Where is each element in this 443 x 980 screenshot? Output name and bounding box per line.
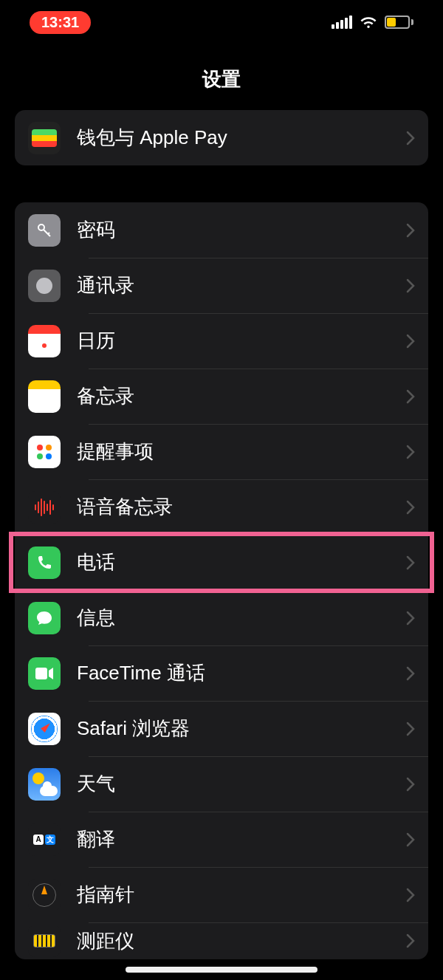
- row-label: 指南针: [77, 882, 406, 908]
- chevron-right-icon: [406, 334, 415, 349]
- settings-group-wallet: 钱包与 Apple Pay: [15, 110, 428, 165]
- compass-icon: [28, 879, 61, 911]
- row-measure[interactable]: 测距仪: [15, 922, 428, 959]
- row-label: FaceTime 通话: [77, 660, 406, 686]
- row-contacts[interactable]: 通讯录: [15, 258, 428, 313]
- chevron-right-icon: [406, 445, 415, 459]
- page-title: 设置: [0, 44, 443, 110]
- chevron-right-icon: [406, 500, 415, 515]
- row-safari[interactable]: Safari 浏览器: [15, 701, 428, 756]
- chevron-right-icon: [406, 888, 415, 902]
- chevron-right-icon: [406, 777, 415, 792]
- row-label: 提醒事项: [77, 439, 406, 465]
- chevron-right-icon: [406, 611, 415, 626]
- voice-memos-icon: [28, 491, 61, 524]
- row-phone[interactable]: 电话: [15, 535, 428, 590]
- calendar-icon: [28, 325, 61, 357]
- weather-icon: [28, 768, 61, 801]
- translate-icon: A文: [28, 823, 61, 856]
- notes-icon: [28, 380, 61, 413]
- row-label: 日历: [77, 328, 406, 354]
- facetime-icon: [28, 657, 61, 690]
- row-translate[interactable]: A文 翻译: [15, 812, 428, 867]
- row-label: 钱包与 Apple Pay: [77, 125, 406, 151]
- row-voice-memos[interactable]: 语音备忘录: [15, 479, 428, 535]
- row-facetime[interactable]: FaceTime 通话: [15, 645, 428, 701]
- measure-icon: [28, 925, 61, 957]
- chevron-right-icon: [406, 223, 415, 238]
- chevron-right-icon: [406, 722, 415, 736]
- settings-group-apps: 密码 通讯录 日历 备忘录 提醒事项 语音备忘录 电: [15, 202, 428, 959]
- chevron-right-icon: [406, 933, 415, 948]
- battery-icon: [385, 16, 413, 29]
- status-indicators: [332, 16, 413, 29]
- key-icon: [28, 214, 61, 247]
- row-label: 测距仪: [77, 928, 406, 954]
- row-label: 备忘录: [77, 383, 406, 409]
- home-indicator[interactable]: [126, 967, 317, 973]
- wallet-icon: [28, 122, 61, 154]
- row-weather[interactable]: 天气: [15, 756, 428, 812]
- row-label: 翻译: [77, 826, 406, 852]
- chevron-right-icon: [406, 389, 415, 404]
- safari-icon: [28, 713, 61, 745]
- status-bar: 13:31: [0, 0, 443, 44]
- messages-icon: [28, 602, 61, 634]
- row-wallet-apple-pay[interactable]: 钱包与 Apple Pay: [15, 110, 428, 165]
- chevron-right-icon: [406, 555, 415, 570]
- chevron-right-icon: [406, 832, 415, 847]
- contacts-icon: [28, 270, 61, 302]
- row-compass[interactable]: 指南针: [15, 867, 428, 922]
- row-label: 电话: [77, 549, 406, 575]
- row-label: 天气: [77, 771, 406, 797]
- phone-icon: [28, 546, 61, 579]
- chevron-right-icon: [406, 131, 415, 145]
- wifi-icon: [360, 16, 377, 29]
- row-label: 密码: [77, 217, 406, 243]
- row-label: Safari 浏览器: [77, 716, 406, 741]
- row-messages[interactable]: 信息: [15, 590, 428, 645]
- chevron-right-icon: [406, 278, 415, 293]
- row-calendar[interactable]: 日历: [15, 313, 428, 369]
- row-passwords[interactable]: 密码: [15, 202, 428, 258]
- status-time-recording[interactable]: 13:31: [30, 11, 91, 34]
- cellular-signal-icon: [332, 16, 352, 29]
- row-reminders[interactable]: 提醒事项: [15, 424, 428, 479]
- svg-point-0: [38, 225, 44, 230]
- reminders-icon: [28, 436, 61, 468]
- row-label: 信息: [77, 605, 406, 631]
- row-notes[interactable]: 备忘录: [15, 369, 428, 424]
- row-label: 通讯录: [77, 273, 406, 298]
- svg-rect-1: [35, 668, 47, 679]
- row-label: 语音备忘录: [77, 494, 406, 520]
- chevron-right-icon: [406, 666, 415, 681]
